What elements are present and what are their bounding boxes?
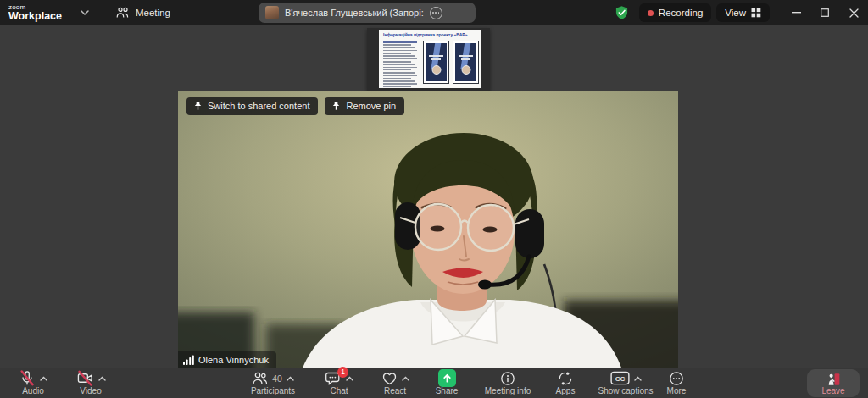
chat-unread-badge: 1 xyxy=(337,367,348,378)
audio-label: Audio xyxy=(22,387,44,395)
captions-cc-icon: CC xyxy=(610,371,630,385)
react-button[interactable]: React xyxy=(371,370,419,397)
chevron-up-icon[interactable] xyxy=(287,376,294,381)
maximize-button[interactable] xyxy=(810,0,839,25)
tab-more-button[interactable] xyxy=(430,7,442,19)
video-label: Video xyxy=(80,387,101,395)
active-tab-title: В'ячеслав Глущевський (Запорі: xyxy=(285,8,424,18)
participant-video-figure xyxy=(178,91,678,368)
video-button[interactable]: Video xyxy=(66,370,115,397)
shared-doc-text-lines xyxy=(383,41,419,88)
participants-icon xyxy=(252,371,268,386)
info-icon xyxy=(500,371,515,386)
chevron-up-icon[interactable] xyxy=(634,376,642,381)
security-shield-icon[interactable] xyxy=(615,5,629,20)
certificate-image-right xyxy=(453,41,479,84)
video-overlay-buttons: Switch to shared content Remove pin xyxy=(186,97,404,115)
audio-level-icon xyxy=(183,354,194,365)
more-button[interactable]: More xyxy=(659,370,693,397)
participant-name: Olena Vinnychuk xyxy=(198,355,269,365)
share-button[interactable]: Share xyxy=(426,370,468,397)
share-label: Share xyxy=(436,387,459,395)
chat-button[interactable]: 1 Chat xyxy=(314,370,364,397)
participants-button[interactable]: 40 Participants xyxy=(240,370,306,397)
active-meeting-tab[interactable]: В'ячеслав Глущевський (Запорі: xyxy=(259,3,476,23)
shared-doc-caption-lines xyxy=(423,86,479,88)
logo-workplace-text: Workplace xyxy=(8,11,62,22)
more-label: More xyxy=(667,387,687,395)
show-captions-button[interactable]: CC Show captions xyxy=(592,370,659,397)
meeting-info-button[interactable]: Meeting info xyxy=(476,370,539,397)
recording-indicator[interactable]: Recording xyxy=(639,3,711,22)
remove-pin-button[interactable]: Remove pin xyxy=(325,97,404,115)
captions-label: Show captions xyxy=(598,387,653,395)
switch-button-label: Switch to shared content xyxy=(208,101,309,111)
camera-off-icon xyxy=(76,370,94,386)
chat-label: Chat xyxy=(330,387,348,395)
apps-icon xyxy=(558,371,573,386)
meeting-tab-label: Meeting xyxy=(136,8,170,18)
pin-icon xyxy=(331,101,341,111)
mic-muted-icon xyxy=(19,370,36,386)
chevron-up-icon[interactable] xyxy=(402,376,409,381)
pin-icon xyxy=(193,101,203,111)
participant-name-tag: Olena Vinnychuk xyxy=(178,351,276,368)
leave-label: Leave xyxy=(821,387,844,395)
leave-button[interactable]: Leave xyxy=(807,369,860,397)
apps-label: Apps xyxy=(556,387,576,395)
workspace-dropdown-button[interactable] xyxy=(81,10,89,16)
tab-meeting[interactable]: Meeting xyxy=(116,7,170,19)
maximize-icon xyxy=(821,8,829,17)
more-ellipsis-icon xyxy=(669,371,684,386)
minimize-icon xyxy=(792,12,801,14)
shared-doc-title: Інформаційна підтримка проекту «ВАР» xyxy=(379,30,481,39)
chevron-up-icon[interactable] xyxy=(40,376,47,381)
meeting-people-icon xyxy=(116,7,130,19)
chevron-up-icon[interactable] xyxy=(346,376,353,381)
leave-meeting-icon xyxy=(826,372,842,387)
view-label: View xyxy=(725,8,746,18)
react-label: React xyxy=(384,387,406,395)
share-screen-icon xyxy=(438,369,456,387)
audio-button[interactable]: Audio xyxy=(8,370,58,397)
meeting-info-label: Meeting info xyxy=(485,387,531,395)
recording-dot-icon xyxy=(648,10,654,16)
gallery-view-icon xyxy=(751,8,761,18)
apps-button[interactable]: Apps xyxy=(546,370,585,397)
title-bar: zoom Workplace Meeting В'ячеслав Глущевс… xyxy=(0,0,868,25)
host-avatar xyxy=(265,6,279,19)
chevron-up-icon[interactable] xyxy=(98,376,106,381)
close-button[interactable] xyxy=(839,0,868,25)
chevron-down-icon xyxy=(81,10,89,16)
meeting-toolbar: Audio Video xyxy=(0,368,868,398)
minimize-button[interactable] xyxy=(782,0,810,25)
view-button[interactable]: View xyxy=(716,3,770,22)
titlebar-right-controls: Recording View xyxy=(615,0,868,25)
remove-pin-label: Remove pin xyxy=(346,101,396,111)
shared-document-preview: Інформаційна підтримка проекту «ВАР» xyxy=(379,30,481,88)
certificate-image-left xyxy=(423,41,449,84)
participants-label: Participants xyxy=(251,387,295,395)
close-icon xyxy=(849,8,859,18)
pinned-video-tile: Switch to shared content Remove pin Olen… xyxy=(178,91,678,368)
zoom-workplace-logo: zoom Workplace xyxy=(8,4,62,22)
svg-text:CC: CC xyxy=(615,375,625,383)
shared-content-thumbnail[interactable]: Інформаційна підтримка проекту «ВАР» xyxy=(367,28,490,91)
switch-to-shared-content-button[interactable]: Switch to shared content xyxy=(186,97,318,115)
recording-label: Recording xyxy=(659,8,703,18)
heart-react-icon xyxy=(381,371,398,385)
zoom-meeting-window: zoom Workplace Meeting В'ячеслав Глущевс… xyxy=(0,0,868,398)
participants-count: 40 xyxy=(272,373,282,384)
